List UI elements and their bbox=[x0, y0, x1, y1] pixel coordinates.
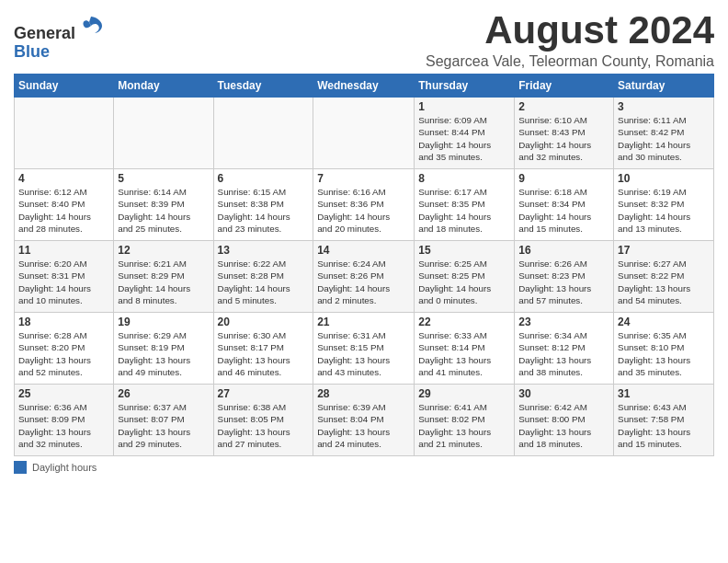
calendar-cell: 23Sunrise: 6:34 AMSunset: 8:12 PMDayligh… bbox=[515, 313, 614, 385]
calendar-cell: 8Sunrise: 6:17 AMSunset: 8:35 PMDaylight… bbox=[415, 169, 515, 241]
calendar-cell: 19Sunrise: 6:29 AMSunset: 8:19 PMDayligh… bbox=[114, 313, 213, 385]
day-number: 30 bbox=[518, 387, 609, 400]
page-container: General Blue August 2024 Segarcea Vale, … bbox=[0, 0, 728, 478]
day-info: Sunrise: 6:28 AMSunset: 8:20 PMDaylight:… bbox=[18, 329, 109, 378]
day-info: Sunrise: 6:43 AMSunset: 7:58 PMDaylight:… bbox=[618, 401, 710, 450]
day-info: Sunrise: 6:22 AMSunset: 8:28 PMDaylight:… bbox=[218, 258, 310, 306]
logo-blue: Blue bbox=[14, 42, 50, 61]
day-info: Sunrise: 6:19 AMSunset: 8:32 PMDaylight:… bbox=[618, 186, 710, 235]
day-info: Sunrise: 6:17 AMSunset: 8:35 PMDaylight:… bbox=[418, 186, 510, 235]
day-number: 10 bbox=[618, 172, 710, 185]
calendar-cell: 17Sunrise: 6:27 AMSunset: 8:22 PMDayligh… bbox=[614, 241, 714, 313]
day-info: Sunrise: 6:33 AMSunset: 8:14 PMDaylight:… bbox=[418, 329, 510, 378]
calendar-table: SundayMondayTuesdayWednesdayThursdayFrid… bbox=[14, 74, 714, 456]
calendar-cell: 10Sunrise: 6:19 AMSunset: 8:32 PMDayligh… bbox=[614, 169, 714, 241]
day-number: 15 bbox=[418, 244, 510, 257]
day-number: 31 bbox=[618, 387, 710, 400]
logo-text: General Blue bbox=[14, 13, 104, 62]
calendar-cell: 22Sunrise: 6:33 AMSunset: 8:14 PMDayligh… bbox=[415, 313, 515, 385]
calendar-cell: 31Sunrise: 6:43 AMSunset: 7:58 PMDayligh… bbox=[614, 385, 714, 456]
day-info: Sunrise: 6:12 AMSunset: 8:40 PMDaylight:… bbox=[18, 186, 109, 235]
calendar-week-row: 18Sunrise: 6:28 AMSunset: 8:20 PMDayligh… bbox=[15, 313, 714, 385]
calendar-cell: 3Sunrise: 6:11 AMSunset: 8:42 PMDaylight… bbox=[614, 98, 714, 169]
day-info: Sunrise: 6:27 AMSunset: 8:22 PMDaylight:… bbox=[618, 258, 710, 306]
calendar-week-row: 1Sunrise: 6:09 AMSunset: 8:44 PMDaylight… bbox=[15, 98, 714, 169]
calendar-cell: 30Sunrise: 6:42 AMSunset: 8:00 PMDayligh… bbox=[515, 385, 614, 456]
day-info: Sunrise: 6:38 AMSunset: 8:05 PMDaylight:… bbox=[218, 401, 310, 450]
calendar-cell: 9Sunrise: 6:18 AMSunset: 8:34 PMDaylight… bbox=[515, 169, 614, 241]
calendar-cell: 11Sunrise: 6:20 AMSunset: 8:31 PMDayligh… bbox=[15, 241, 114, 313]
day-info: Sunrise: 6:36 AMSunset: 8:09 PMDaylight:… bbox=[18, 401, 109, 450]
day-number: 12 bbox=[118, 244, 209, 257]
calendar-cell: 16Sunrise: 6:26 AMSunset: 8:23 PMDayligh… bbox=[515, 241, 614, 313]
calendar-cell: 4Sunrise: 6:12 AMSunset: 8:40 PMDaylight… bbox=[15, 169, 114, 241]
day-number: 22 bbox=[418, 316, 510, 328]
day-number: 20 bbox=[218, 316, 310, 328]
weekday-header: Saturday bbox=[614, 75, 714, 98]
day-number: 4 bbox=[18, 172, 109, 185]
day-info: Sunrise: 6:31 AMSunset: 8:15 PMDaylight:… bbox=[317, 329, 410, 378]
day-info: Sunrise: 6:29 AMSunset: 8:19 PMDaylight:… bbox=[118, 329, 209, 378]
day-number: 2 bbox=[518, 100, 609, 113]
weekday-header: Monday bbox=[114, 75, 213, 98]
day-info: Sunrise: 6:26 AMSunset: 8:23 PMDaylight:… bbox=[518, 258, 609, 306]
day-number: 29 bbox=[418, 387, 510, 400]
day-number: 23 bbox=[518, 316, 609, 328]
weekday-header: Tuesday bbox=[213, 75, 313, 98]
day-info: Sunrise: 6:21 AMSunset: 8:29 PMDaylight:… bbox=[118, 258, 209, 306]
calendar-header-row: SundayMondayTuesdayWednesdayThursdayFrid… bbox=[15, 75, 714, 98]
weekday-header: Sunday bbox=[15, 75, 114, 98]
calendar-cell: 29Sunrise: 6:41 AMSunset: 8:02 PMDayligh… bbox=[415, 385, 515, 456]
calendar-cell bbox=[114, 98, 213, 169]
calendar-cell: 15Sunrise: 6:25 AMSunset: 8:25 PMDayligh… bbox=[415, 241, 515, 313]
weekday-header: Thursday bbox=[415, 75, 515, 98]
day-number: 28 bbox=[317, 387, 410, 400]
day-number: 17 bbox=[618, 244, 710, 257]
calendar-cell: 14Sunrise: 6:24 AMSunset: 8:26 PMDayligh… bbox=[313, 241, 415, 313]
day-info: Sunrise: 6:15 AMSunset: 8:38 PMDaylight:… bbox=[218, 186, 310, 235]
calendar-cell: 26Sunrise: 6:37 AMSunset: 8:07 PMDayligh… bbox=[114, 385, 213, 456]
day-number: 18 bbox=[18, 316, 109, 328]
calendar-week-row: 11Sunrise: 6:20 AMSunset: 8:31 PMDayligh… bbox=[15, 241, 714, 313]
month-title: August 2024 bbox=[426, 9, 714, 52]
calendar-cell: 7Sunrise: 6:16 AMSunset: 8:36 PMDaylight… bbox=[313, 169, 415, 241]
calendar-cell: 25Sunrise: 6:36 AMSunset: 8:09 PMDayligh… bbox=[15, 385, 114, 456]
calendar-cell: 1Sunrise: 6:09 AMSunset: 8:44 PMDaylight… bbox=[415, 98, 515, 169]
day-number: 16 bbox=[518, 244, 609, 257]
day-number: 13 bbox=[218, 244, 310, 257]
logo-general: General bbox=[14, 24, 75, 42]
title-section: August 2024 Segarcea Vale, Teleorman Cou… bbox=[426, 9, 714, 70]
day-number: 8 bbox=[418, 172, 510, 185]
day-number: 21 bbox=[317, 316, 410, 328]
day-info: Sunrise: 6:42 AMSunset: 8:00 PMDaylight:… bbox=[518, 401, 609, 450]
daylight-color-box bbox=[14, 461, 27, 474]
day-number: 3 bbox=[618, 100, 710, 113]
day-number: 27 bbox=[218, 387, 310, 400]
day-number: 19 bbox=[118, 316, 209, 328]
calendar-week-row: 4Sunrise: 6:12 AMSunset: 8:40 PMDaylight… bbox=[15, 169, 714, 241]
logo: General Blue bbox=[14, 13, 104, 62]
calendar-cell bbox=[213, 98, 313, 169]
day-info: Sunrise: 6:14 AMSunset: 8:39 PMDaylight:… bbox=[118, 186, 209, 235]
calendar-cell: 18Sunrise: 6:28 AMSunset: 8:20 PMDayligh… bbox=[15, 313, 114, 385]
calendar-cell: 5Sunrise: 6:14 AMSunset: 8:39 PMDaylight… bbox=[114, 169, 213, 241]
day-info: Sunrise: 6:18 AMSunset: 8:34 PMDaylight:… bbox=[518, 186, 609, 235]
calendar-cell: 24Sunrise: 6:35 AMSunset: 8:10 PMDayligh… bbox=[614, 313, 714, 385]
day-number: 6 bbox=[218, 172, 310, 185]
footer-label: Daylight hours bbox=[32, 462, 97, 473]
calendar-cell: 12Sunrise: 6:21 AMSunset: 8:29 PMDayligh… bbox=[114, 241, 213, 313]
calendar-cell: 21Sunrise: 6:31 AMSunset: 8:15 PMDayligh… bbox=[313, 313, 415, 385]
day-info: Sunrise: 6:09 AMSunset: 8:44 PMDaylight:… bbox=[418, 114, 510, 163]
calendar-cell: 28Sunrise: 6:39 AMSunset: 8:04 PMDayligh… bbox=[313, 385, 415, 456]
day-info: Sunrise: 6:37 AMSunset: 8:07 PMDaylight:… bbox=[118, 401, 209, 450]
day-info: Sunrise: 6:10 AMSunset: 8:43 PMDaylight:… bbox=[518, 114, 609, 163]
subtitle: Segarcea Vale, Teleorman County, Romania bbox=[426, 53, 714, 70]
day-info: Sunrise: 6:35 AMSunset: 8:10 PMDaylight:… bbox=[618, 329, 710, 378]
day-number: 11 bbox=[18, 244, 109, 257]
day-number: 25 bbox=[18, 387, 109, 400]
weekday-header: Wednesday bbox=[313, 75, 415, 98]
day-number: 7 bbox=[317, 172, 410, 185]
day-number: 5 bbox=[118, 172, 209, 185]
calendar-cell: 27Sunrise: 6:38 AMSunset: 8:05 PMDayligh… bbox=[213, 385, 313, 456]
day-info: Sunrise: 6:24 AMSunset: 8:26 PMDaylight:… bbox=[317, 258, 410, 306]
